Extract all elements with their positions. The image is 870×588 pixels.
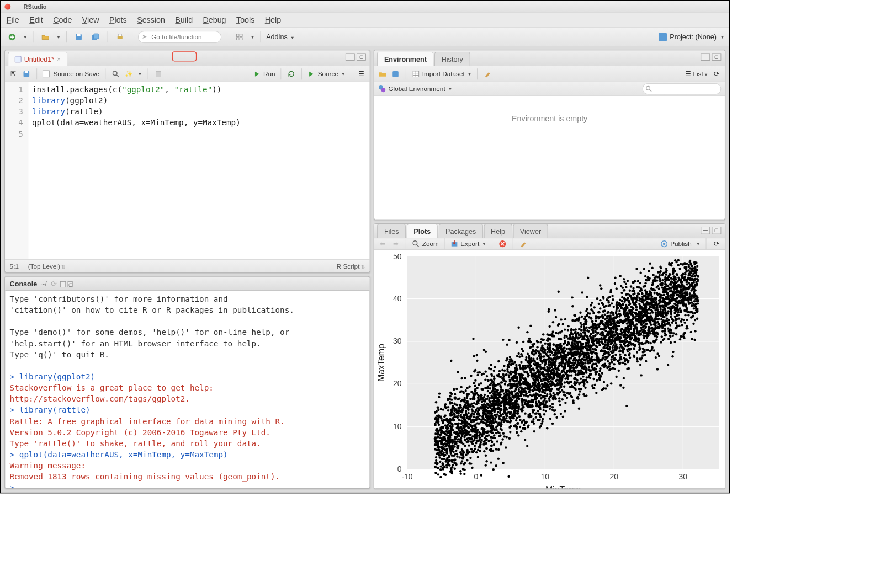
window-close-button[interactable] bbox=[4, 4, 10, 10]
pane-minimize-button[interactable]: — bbox=[346, 53, 355, 60]
menu-file[interactable]: File bbox=[7, 15, 19, 25]
pane-minimize-button[interactable]: — bbox=[701, 227, 710, 234]
menu-help[interactable]: Help bbox=[265, 15, 281, 25]
tab-plots[interactable]: Plots bbox=[407, 224, 438, 238]
outline-icon[interactable]: ☰ bbox=[357, 69, 366, 78]
svg-point-3580 bbox=[677, 313, 679, 316]
source-tab-untitled1[interactable]: Untitled1* × bbox=[8, 52, 67, 66]
import-dataset-button[interactable]: Import Dataset▼ bbox=[412, 70, 471, 78]
svg-point-2237 bbox=[620, 333, 622, 335]
goto-file-input[interactable] bbox=[138, 31, 221, 43]
dropdown-icon[interactable]: ▼ bbox=[23, 35, 27, 39]
pane-maximize-button[interactable]: ▢ bbox=[357, 53, 366, 60]
svg-point-2204 bbox=[548, 397, 550, 399]
pane-maximize-button[interactable]: ▢ bbox=[712, 227, 722, 234]
source-editor[interactable]: 12345 install.packages(c("ggplot2", "rat… bbox=[5, 82, 370, 260]
load-workspace-icon[interactable] bbox=[378, 69, 388, 78]
next-plot-icon[interactable]: ➡ bbox=[391, 239, 401, 249]
svg-point-1599 bbox=[497, 448, 500, 451]
menu-debug[interactable]: Debug bbox=[203, 15, 226, 25]
clear-plots-icon[interactable] bbox=[518, 239, 528, 249]
find-icon[interactable] bbox=[111, 69, 120, 78]
pane-minimize-button[interactable]: — bbox=[60, 281, 66, 287]
tab-viewer[interactable]: Viewer bbox=[513, 224, 548, 238]
publish-button[interactable]: Publish bbox=[660, 240, 692, 248]
console-output[interactable]: Type 'contributors()' for more informati… bbox=[5, 291, 370, 488]
source-on-save-checkbox[interactable] bbox=[43, 71, 50, 78]
prev-plot-icon[interactable]: ⬅ bbox=[378, 239, 388, 249]
svg-point-1733 bbox=[480, 419, 482, 421]
svg-point-3735 bbox=[596, 346, 598, 348]
window-minimize-button[interactable]: – bbox=[15, 3, 19, 10]
tab-history[interactable]: History bbox=[434, 52, 470, 66]
svg-point-1127 bbox=[516, 431, 518, 434]
menu-edit[interactable]: Edit bbox=[29, 15, 43, 25]
export-button[interactable]: Export▼ bbox=[450, 240, 486, 248]
svg-point-3687 bbox=[555, 345, 557, 347]
tab-environment[interactable]: Environment bbox=[377, 52, 433, 66]
svg-point-3818 bbox=[561, 356, 564, 358]
addins-menu[interactable]: Addins ▼ bbox=[266, 33, 294, 41]
svg-point-2238 bbox=[506, 359, 508, 361]
svg-point-3562 bbox=[481, 373, 483, 376]
refresh-icon[interactable]: ⟳ bbox=[712, 69, 722, 78]
source-button[interactable]: Source ▼ bbox=[307, 70, 345, 78]
svg-point-3583 bbox=[603, 346, 605, 348]
pane-maximize-button[interactable]: ▢ bbox=[712, 53, 722, 60]
save-all-button[interactable] bbox=[89, 30, 102, 43]
save-workspace-icon[interactable] bbox=[391, 69, 401, 78]
clear-console-icon[interactable]: ⟳ bbox=[51, 280, 57, 288]
tab-packages[interactable]: Packages bbox=[438, 224, 482, 238]
menu-tools[interactable]: Tools bbox=[236, 15, 254, 25]
menu-plots[interactable]: Plots bbox=[109, 15, 127, 25]
svg-point-3993 bbox=[542, 361, 544, 364]
save-button[interactable] bbox=[72, 30, 85, 43]
svg-point-4233 bbox=[625, 338, 627, 340]
svg-point-3243 bbox=[497, 375, 500, 377]
svg-point-3344 bbox=[480, 474, 482, 476]
remove-plot-icon[interactable] bbox=[498, 239, 507, 249]
open-file-button[interactable] bbox=[39, 30, 51, 43]
refresh-plot-icon[interactable]: ⟳ bbox=[712, 239, 722, 249]
svg-point-4188 bbox=[450, 414, 452, 416]
svg-point-3512 bbox=[674, 303, 676, 305]
clear-workspace-icon[interactable] bbox=[483, 69, 492, 78]
menu-build[interactable]: Build bbox=[175, 15, 193, 25]
zoom-button[interactable]: Zoom bbox=[412, 240, 438, 248]
grid-view-button[interactable] bbox=[233, 30, 246, 43]
project-selector[interactable]: Project: (None) ▼ bbox=[659, 33, 724, 41]
svg-point-1293 bbox=[510, 373, 512, 375]
pane-minimize-button[interactable]: — bbox=[701, 53, 710, 60]
svg-point-4475 bbox=[485, 423, 487, 425]
print-button[interactable] bbox=[113, 30, 126, 43]
svg-point-3114 bbox=[484, 394, 486, 396]
view-mode-selector[interactable]: ☰ List▼ bbox=[685, 70, 708, 77]
new-file-button[interactable] bbox=[6, 30, 18, 43]
menu-view[interactable]: View bbox=[82, 15, 99, 25]
svg-point-2966 bbox=[536, 340, 538, 342]
save-icon[interactable] bbox=[22, 69, 31, 78]
tab-files[interactable]: Files bbox=[377, 224, 406, 238]
dropdown-icon[interactable]: ▼ bbox=[251, 35, 254, 39]
file-type-selector[interactable]: R Script bbox=[337, 263, 365, 270]
svg-rect-9 bbox=[236, 37, 239, 40]
svg-point-4407 bbox=[550, 373, 552, 375]
rerun-icon[interactable] bbox=[287, 69, 296, 78]
scope-selector[interactable]: (Top Level) bbox=[28, 263, 66, 270]
close-icon[interactable]: × bbox=[57, 56, 60, 63]
menu-session[interactable]: Session bbox=[137, 15, 165, 25]
env-scope-selector[interactable]: Global Environment▼ bbox=[378, 84, 452, 93]
popout-icon[interactable]: ⇱ bbox=[9, 69, 18, 78]
svg-point-701 bbox=[616, 376, 618, 378]
svg-point-3439 bbox=[514, 380, 516, 382]
dropdown-icon[interactable]: ▼ bbox=[56, 35, 60, 39]
env-search-input[interactable] bbox=[643, 83, 722, 94]
svg-point-3494 bbox=[655, 317, 657, 319]
menu-code[interactable]: Code bbox=[53, 15, 72, 25]
notebook-icon[interactable] bbox=[153, 69, 163, 78]
run-button[interactable]: Run bbox=[253, 70, 275, 78]
magic-wand-icon[interactable]: ✨ bbox=[124, 69, 134, 78]
pane-maximize-button[interactable]: ▢ bbox=[68, 281, 73, 287]
svg-point-3173 bbox=[453, 388, 455, 391]
tab-help[interactable]: Help bbox=[484, 224, 512, 238]
